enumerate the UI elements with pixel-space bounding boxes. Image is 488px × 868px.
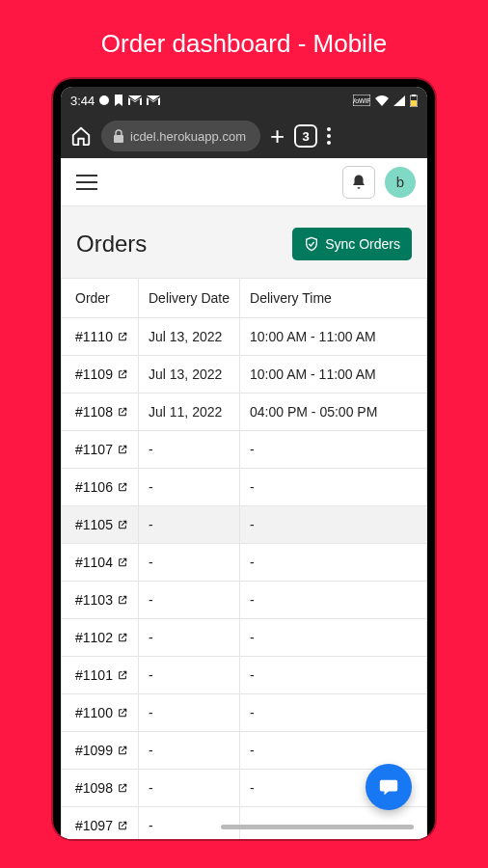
bookmark-icon	[114, 95, 123, 106]
col-delivery-time[interactable]: Delivery Time	[240, 279, 427, 318]
cell-delivery-date: Jul 13, 2022	[139, 318, 240, 356]
order-id: #1105	[75, 517, 113, 532]
order-link[interactable]: #1110	[75, 329, 127, 344]
cell-delivery-date: -	[139, 694, 240, 732]
col-order[interactable]: Order	[62, 279, 139, 318]
table-row: #1110Jul 13, 202210:00 AM - 11:00 AM	[62, 318, 427, 356]
gmail-icon	[128, 95, 142, 105]
browser-menu-button[interactable]	[327, 127, 331, 145]
table-row: #1097--	[62, 807, 427, 840]
notifications-button[interactable]	[342, 166, 375, 199]
external-link-icon	[118, 520, 127, 529]
battery-icon	[410, 95, 418, 107]
order-id: #1109	[75, 366, 113, 382]
order-link[interactable]: #1108	[75, 404, 127, 420]
order-id: #1100	[75, 705, 113, 720]
external-link-icon	[118, 445, 127, 454]
signal-icon	[393, 95, 405, 106]
table-row: #1100--	[62, 694, 427, 732]
cell-delivery-date: -	[139, 582, 240, 619]
cell-delivery-time: 10:00 AM - 11:00 AM	[240, 318, 427, 356]
svg-rect-5	[411, 100, 417, 106]
order-id: #1098	[75, 780, 113, 796]
cell-delivery-time: -	[240, 807, 427, 840]
external-link-icon	[118, 821, 127, 830]
tab-switcher[interactable]: 3	[294, 124, 317, 148]
new-tab-button[interactable]: +	[270, 123, 285, 149]
order-link[interactable]: #1098	[75, 780, 127, 796]
order-link[interactable]: #1102	[75, 630, 127, 645]
cell-delivery-time: -	[240, 431, 427, 469]
browser-toolbar: icdel.herokuapp.com + 3	[61, 114, 427, 158]
table-row: #1104--	[62, 544, 427, 582]
external-link-icon	[118, 369, 127, 379]
external-link-icon	[118, 557, 127, 567]
cell-delivery-time: -	[240, 619, 427, 657]
col-delivery-date[interactable]: Delivery Date	[139, 279, 240, 318]
table-row: #1101--	[62, 657, 427, 694]
order-link[interactable]: #1103	[75, 592, 127, 608]
wifi-icon	[375, 95, 389, 106]
order-link[interactable]: #1104	[75, 555, 127, 570]
order-id: #1101	[75, 667, 113, 683]
order-id: #1108	[75, 404, 113, 420]
bell-icon	[350, 174, 367, 191]
order-id: #1102	[75, 630, 113, 645]
url-bar[interactable]: icdel.herokuapp.com	[101, 121, 260, 151]
order-id: #1110	[75, 329, 113, 344]
order-link[interactable]: #1100	[75, 705, 127, 720]
circle-icon	[99, 95, 109, 105]
horizontal-scrollbar[interactable]	[221, 825, 414, 829]
page-body: Orders Sync Orders Order Delivery Date D…	[61, 206, 427, 839]
orders-table: Order Delivery Date Delivery Time #1110J…	[61, 278, 427, 839]
menu-button[interactable]	[72, 171, 101, 194]
page-title: Orders	[76, 231, 147, 258]
android-status-bar: 3:44 VoWiFi	[61, 87, 427, 114]
svg-rect-6	[114, 135, 123, 143]
external-link-icon	[118, 407, 127, 417]
page-caption: Order dashboard - Mobile	[0, 0, 488, 59]
chat-icon	[378, 776, 399, 798]
cell-delivery-date: -	[139, 506, 240, 544]
device-frame: 3:44 VoWiFi	[53, 79, 435, 839]
external-link-icon	[118, 332, 127, 341]
avatar[interactable]: b	[385, 167, 416, 198]
sync-button-label: Sync Orders	[325, 236, 400, 252]
table-row: #1105--	[62, 506, 427, 544]
order-link[interactable]: #1105	[75, 517, 127, 532]
app-header: b	[61, 158, 427, 206]
cell-delivery-date: Jul 13, 2022	[139, 356, 240, 393]
table-row: #1102--	[62, 619, 427, 657]
chat-fab[interactable]	[366, 764, 412, 810]
url-text: icdel.herokuapp.com	[130, 129, 246, 144]
order-link[interactable]: #1107	[75, 442, 127, 457]
order-link[interactable]: #1101	[75, 667, 127, 683]
external-link-icon	[118, 783, 127, 793]
cell-delivery-date: -	[139, 619, 240, 657]
table-row: #1106--	[62, 469, 427, 506]
home-button[interactable]	[70, 125, 92, 147]
cell-delivery-date: -	[139, 732, 240, 770]
order-link[interactable]: #1099	[75, 743, 127, 758]
order-link[interactable]: #1106	[75, 479, 127, 495]
external-link-icon	[118, 746, 127, 755]
order-id: #1103	[75, 592, 113, 608]
cell-delivery-time: -	[240, 732, 427, 770]
cell-delivery-time: -	[240, 657, 427, 694]
svg-text:VoWiFi: VoWiFi	[353, 97, 370, 104]
external-link-icon	[118, 482, 127, 492]
cell-delivery-time: 04:00 PM - 05:00 PM	[240, 393, 427, 431]
order-link[interactable]: #1097	[75, 818, 127, 833]
external-link-icon	[118, 670, 127, 680]
order-id: #1097	[75, 818, 113, 833]
order-link[interactable]: #1109	[75, 366, 127, 382]
cell-delivery-time: -	[240, 506, 427, 544]
shield-check-icon	[304, 236, 319, 252]
gmail-icon	[147, 95, 160, 105]
sync-orders-button[interactable]: Sync Orders	[292, 228, 412, 260]
cell-delivery-date: -	[139, 807, 240, 840]
cell-delivery-time: -	[240, 582, 427, 619]
cell-delivery-date: -	[139, 770, 240, 807]
cell-delivery-time: -	[240, 694, 427, 732]
order-id: #1099	[75, 743, 113, 758]
